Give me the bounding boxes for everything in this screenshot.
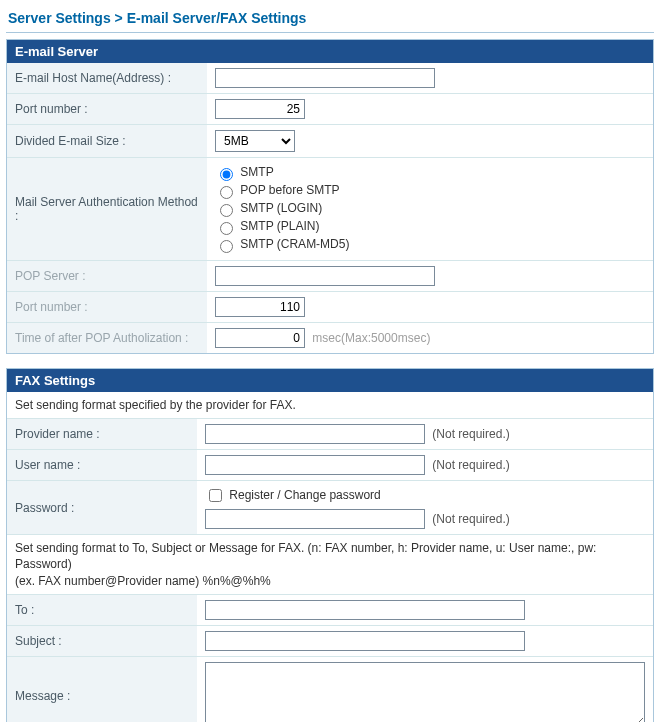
fax-settings-panel: FAX Settings Set sending format specifie… [6,368,654,722]
auth-option-plain-label: SMTP (PLAIN) [240,219,319,233]
auth-option-pbs-label: POP before SMTP [240,183,339,197]
pop-port-label: Port number : [7,292,207,323]
fax-subject-input[interactable] [205,631,525,651]
fax-user-label: User name : [7,450,197,481]
fax-desc-1: Set sending format specified by the prov… [7,392,653,419]
email-port-input[interactable] [215,99,305,119]
pop-server-input[interactable] [215,266,435,286]
fax-password-hint: (Not required.) [428,512,509,526]
auth-radio-pop-before-smtp[interactable] [220,186,233,199]
fax-desc-2: Set sending format to To, Subject or Mes… [7,535,653,595]
pop-time-unit: msec(Max:5000msec) [308,331,430,345]
pop-port-input[interactable] [215,297,305,317]
auth-option-smtp-plain[interactable]: SMTP (PLAIN) [215,219,645,235]
email-server-form: E-mail Host Name(Address) : Port number … [7,63,653,353]
email-server-panel: E-mail Server E-mail Host Name(Address) … [6,39,654,354]
auth-option-cram-label: SMTP (CRAM-MD5) [240,237,349,251]
auth-radio-smtp-plain[interactable] [220,222,233,235]
email-size-label: Divided E-mail Size : [7,125,207,158]
pop-time-input[interactable] [215,328,305,348]
auth-method-group: SMTP POP before SMTP SMTP (LOGIN) SMTP (… [215,165,645,253]
fax-settings-header: FAX Settings [7,369,653,392]
email-host-input[interactable] [215,68,435,88]
fax-subject-label: Subject : [7,625,197,656]
auth-option-smtp-label: SMTP [240,165,273,179]
auth-method-label: Mail Server Authentication Method : [7,158,207,261]
auth-option-smtp-crammd5[interactable]: SMTP (CRAM-MD5) [215,237,645,253]
fax-register-label: Register / Change password [229,488,380,502]
fax-provider-label: Provider name : [7,419,197,450]
breadcrumb: Server Settings > E-mail Server/FAX Sett… [6,6,654,33]
fax-to-label: To : [7,594,197,625]
auth-radio-smtp[interactable] [220,168,233,181]
fax-provider-hint: (Not required.) [428,427,509,441]
fax-message-label: Message : [7,656,197,722]
pop-time-label: Time of after POP Autholization : [7,323,207,354]
auth-option-smtp[interactable]: SMTP [215,165,645,181]
fax-to-input[interactable] [205,600,525,620]
email-server-header: E-mail Server [7,40,653,63]
email-host-label: E-mail Host Name(Address) : [7,63,207,94]
fax-user-hint: (Not required.) [428,458,509,472]
fax-password-input[interactable] [205,509,425,529]
fax-user-input[interactable] [205,455,425,475]
auth-option-pop-before-smtp[interactable]: POP before SMTP [215,183,645,199]
fax-password-label: Password : [7,481,197,535]
fax-message-input[interactable] [205,662,645,722]
fax-provider-input[interactable] [205,424,425,444]
auth-radio-smtp-login[interactable] [220,204,233,217]
auth-radio-smtp-crammd5[interactable] [220,240,233,253]
auth-option-smtp-login[interactable]: SMTP (LOGIN) [215,201,645,217]
fax-register-checkbox[interactable] [209,489,222,502]
email-port-label: Port number : [7,94,207,125]
pop-server-label: POP Server : [7,261,207,292]
fax-settings-form: Set sending format specified by the prov… [7,392,653,722]
email-size-select[interactable]: 5MB [215,130,295,152]
fax-register-password[interactable]: Register / Change password [205,488,381,502]
auth-option-login-label: SMTP (LOGIN) [240,201,322,215]
